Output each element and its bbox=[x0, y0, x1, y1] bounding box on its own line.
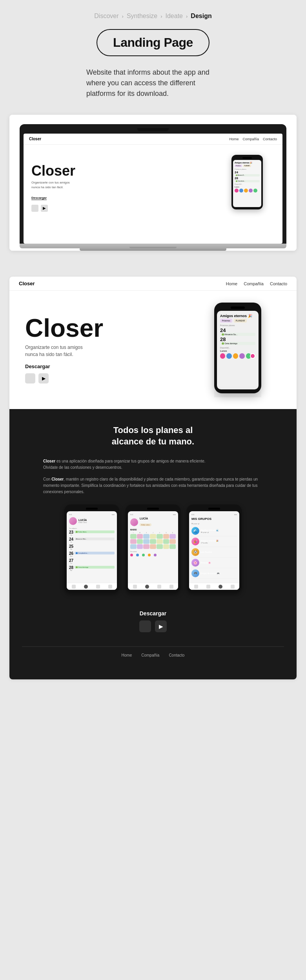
website-logo: Closer bbox=[19, 281, 35, 286]
breadcrumb-step-design: Design bbox=[191, 13, 211, 20]
website-hero-content: Closer Organizarte con tus amigosnunca h… bbox=[9, 291, 297, 409]
website-nav-links: Home Compañía Contacto bbox=[226, 281, 287, 286]
page-title: Landing Page bbox=[97, 29, 209, 56]
play-store-icon: ▶ bbox=[41, 205, 48, 212]
laptop-screen: Closer Home Compañía Contacto Closer Org… bbox=[24, 134, 282, 244]
website-footer-home: Home bbox=[122, 653, 132, 657]
page-description: Website that informs about the app and w… bbox=[71, 67, 235, 99]
website-phone-screen: Amigos eternos 🎉 Próximos PLANEAR Próxim… bbox=[217, 311, 259, 389]
phone-notch-small bbox=[242, 157, 252, 159]
website-nav-contacto: Contacto bbox=[270, 281, 287, 286]
breadcrumb: Discover › Synthesize › Ideate › Design bbox=[0, 0, 306, 29]
website-footer-contacto: Contacto bbox=[169, 653, 184, 657]
website-nav-compania: Compañía bbox=[244, 281, 264, 286]
chevron-icon-3: › bbox=[186, 13, 188, 19]
laptop-keyboard-base bbox=[20, 244, 286, 248]
website-hero-title: Closer bbox=[25, 316, 195, 340]
laptop-nav-home: Home bbox=[229, 137, 239, 141]
laptop-stand bbox=[80, 248, 226, 251]
website-descargar-label: Descargar bbox=[30, 610, 276, 617]
breadcrumb-step-discover: Discover bbox=[94, 13, 118, 20]
website-hero-left: Closer Organizarte con tus amigosnunca h… bbox=[25, 316, 195, 384]
laptop-site-hero: Closer Organizarte con tus amigosnunca h… bbox=[24, 145, 282, 231]
laptop-mockup-section: Closer Home Compañía Contacto Closer Org… bbox=[9, 115, 297, 251]
website-dark-title: Todos los planes alalcance de tu mano. bbox=[22, 425, 284, 447]
website-play-icon: ▶ bbox=[38, 373, 49, 384]
breadcrumb-step-synthesize: Synthesize bbox=[127, 13, 157, 20]
laptop-hero-subtitle: Organizarte con tus amigosnunca ha sido … bbox=[31, 180, 220, 189]
laptop-store-icons: ▶ bbox=[31, 205, 220, 212]
website-phone-1-screen: 9:41 ●●● LUCÍA Editar rutina Tus bbox=[67, 511, 117, 590]
laptop-notch bbox=[137, 128, 169, 131]
laptop-bezel: Closer Home Compañía Contacto Closer Org… bbox=[20, 124, 286, 244]
laptop-site-nav: Closer Home Compañía Contacto bbox=[24, 134, 282, 145]
website-store-icons: ▶ bbox=[25, 373, 195, 384]
website-dark-section: Todos los planes alalcance de tu mano. C… bbox=[9, 409, 297, 679]
website-descargar-play: ▶ bbox=[155, 620, 167, 632]
chevron-icon-2: › bbox=[160, 13, 162, 19]
website-footer-compania: Compañía bbox=[141, 653, 159, 657]
website-descargar-apple bbox=[139, 620, 151, 632]
laptop-site-logo: Closer bbox=[29, 137, 41, 141]
website-phone-1: 9:41 ●●● LUCÍA Editar rutina Tus bbox=[64, 505, 119, 593]
website-phone-notch bbox=[231, 306, 245, 309]
website-descargar-icons: ▶ bbox=[30, 620, 276, 632]
website-hero-cta: Descargar bbox=[25, 363, 195, 369]
apple-store-icon bbox=[31, 205, 38, 212]
laptop-hero-left: Closer Organizarte con tus amigosnunca h… bbox=[31, 164, 220, 211]
website-apple-icon bbox=[25, 373, 35, 384]
website-phone-3: 9:41 ●●● MIS GRUPOS Mi grupo gt 🌊 Aguita… bbox=[187, 505, 242, 593]
page-title-wrap: Landing Page bbox=[0, 29, 306, 56]
website-phone-hero: Amigos eternos 🎉 Próximos PLANEAR Próxim… bbox=[214, 303, 261, 393]
website-nav: Closer Home Compañía Contacto bbox=[9, 277, 297, 291]
chevron-icon-1: › bbox=[122, 13, 124, 19]
website-hero-subtitle: Organizarte con tus amigosnunca ha sido … bbox=[25, 344, 195, 358]
website-nav-home: Home bbox=[226, 281, 237, 286]
website-phone-2-screen: 9:41 ●●● LUCÍA Editar rutina MAR bbox=[128, 511, 178, 590]
laptop-device: Closer Home Compañía Contacto Closer Org… bbox=[20, 124, 286, 251]
website-phone-3-notch bbox=[208, 508, 220, 510]
laptop-nav-links: Home Compañía Contacto bbox=[229, 137, 277, 141]
website-dark-body2: Con Closer, mantén un registro claro de … bbox=[43, 476, 263, 495]
laptop-hero-right: Amigos eternos 🎉 Próximos PLANEAR Próxim… bbox=[220, 167, 275, 209]
website-phone-3-screen: 9:41 ●●● MIS GRUPOS Mi grupo gt 🌊 Aguita… bbox=[189, 511, 239, 590]
laptop-nav-compania: Compañía bbox=[242, 137, 259, 141]
website-mockup-section: Closer Home Compañía Contacto Closer Org… bbox=[9, 277, 297, 679]
website-phones-row: 9:41 ●●● LUCÍA Editar rutina Tus bbox=[22, 505, 284, 593]
laptop-hero-cta: Descargar bbox=[31, 196, 47, 200]
phone-mockup-in-laptop: Amigos eternos 🎉 Próximos PLANEAR Próxim… bbox=[231, 155, 263, 209]
website-dark-body1: Closer es una aplicación diseñada para o… bbox=[43, 458, 263, 471]
website-phone-1-notch bbox=[86, 508, 98, 510]
phone-reflection bbox=[214, 385, 261, 397]
website-hero-right: Amigos eternos 🎉 Próximos PLANEAR Próxim… bbox=[195, 303, 281, 397]
breadcrumb-step-ideate: Ideate bbox=[166, 13, 183, 20]
website-phone-2-notch bbox=[147, 508, 159, 510]
website-phone-2: 9:41 ●●● LUCÍA Editar rutina MAR bbox=[126, 505, 180, 593]
website-descargar-section: Descargar ▶ bbox=[22, 602, 284, 640]
laptop-nav-contacto: Contacto bbox=[263, 137, 277, 141]
website-bottom-nav: Home Compañía Contacto bbox=[22, 646, 284, 664]
phone-screen-small: Amigos eternos 🎉 Próximos PLANEAR Próxim… bbox=[233, 160, 261, 207]
laptop-hero-title: Closer bbox=[31, 164, 220, 178]
